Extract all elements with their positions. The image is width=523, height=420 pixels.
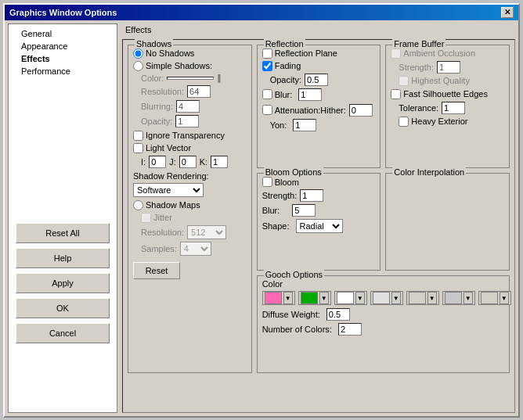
nav-effects[interactable]: Effects (9, 52, 117, 65)
bloom-blur-input[interactable]: 5 (292, 204, 316, 217)
num-colors-input[interactable]: 2 (338, 323, 362, 336)
fast-silhouette-row: Fast Silhouette Edges (391, 89, 504, 99)
samples-row: Samples: 4 (141, 242, 247, 256)
left-nav: General Appearance Effects Performance R… (8, 23, 117, 413)
simple-shadows-radio[interactable] (133, 61, 143, 71)
diffuse-weight-input[interactable]: 0.5 (326, 308, 350, 321)
nav-general[interactable]: General (9, 27, 117, 40)
bloom-strength-input[interactable]: 1 (300, 189, 323, 202)
gooch-color-label-row: Color (262, 279, 504, 289)
highest-quality-row: Highest Quality (399, 76, 504, 86)
swatch-color-4 (409, 292, 426, 304)
frame-buffer-title: Frame Buffer (392, 39, 445, 48)
fast-silhouette-check[interactable] (391, 89, 401, 99)
ignore-transparency-row: Ignore Transparency (133, 131, 247, 141)
tolerance-input[interactable]: 1 (442, 102, 465, 114)
swatch-color-1 (301, 292, 318, 304)
samples-select[interactable]: 4 (180, 242, 211, 256)
simple-shadows-label: Simple Shadows: (146, 61, 212, 70)
reflection-plane-check[interactable] (262, 48, 272, 59)
highest-quality-check[interactable] (399, 76, 409, 86)
reflection-title: Reflection (264, 39, 305, 48)
no-shadows-radio[interactable] (133, 48, 143, 59)
i-label: I: (141, 157, 146, 167)
rendering-select-row: Software (133, 183, 247, 197)
blurring-input[interactable]: 4 (176, 100, 200, 113)
bloom-shape-row: Shape: Radial (262, 219, 376, 233)
bloom-blur-row: Blur: 5 (262, 204, 376, 217)
hither-input[interactable]: 0 (349, 104, 373, 117)
frame-buffer-group: Frame Buffer Ambient Occlusion Strength:… (385, 45, 510, 169)
tolerance-label: Tolerance: (399, 103, 438, 113)
nav-performance[interactable]: Performance (9, 65, 117, 77)
help-button[interactable]: Help (16, 248, 110, 268)
yon-input[interactable]: 1 (293, 119, 316, 131)
swatch-arrow-4: ▼ (427, 292, 437, 304)
blurring-label: Blurring: (141, 102, 173, 111)
reflection-plane-row: Reflection Plane (262, 48, 376, 59)
no-shadows-label: No Shadows (146, 48, 194, 58)
gooch-title: Gooch Options (264, 270, 324, 279)
swatch-6[interactable]: ▼ (478, 291, 511, 305)
title-bar: Graphics Window Options ✕ (5, 5, 518, 20)
apply-button[interactable]: Apply (16, 273, 110, 293)
ambient-occlusion-check[interactable] (391, 48, 401, 59)
bloom-group: Bloom Options Bloom Strength: 1 Blur: 5 (257, 173, 381, 271)
swatch-color-5 (445, 292, 462, 304)
cancel-button[interactable]: Cancel (16, 323, 110, 343)
fading-check[interactable] (262, 61, 272, 71)
shadows-group: Shadows No Shadows Simple Shadows: Color… (128, 45, 252, 373)
shadow-maps-row: Shadow Maps (133, 200, 247, 210)
attenuation-label: Attenuation:Hither: (275, 106, 346, 115)
swatch-color-6 (481, 292, 498, 304)
heavy-exterior-check[interactable] (399, 117, 409, 127)
right-panel: Effects Shadows No Shadows Simple Shadow… (122, 23, 515, 413)
opacity-refl-row: Opacity: 0.5 (270, 74, 376, 86)
j-input[interactable]: 0 (179, 156, 197, 168)
bloom-check[interactable] (262, 177, 272, 187)
light-vector-check[interactable] (133, 143, 143, 153)
opacity-input[interactable]: 1 (175, 115, 199, 127)
swatch-3[interactable]: ▼ (370, 291, 403, 305)
shadow-maps-label: Shadow Maps (146, 200, 200, 210)
ok-button[interactable]: OK (16, 298, 110, 318)
tolerance-row: Tolerance: 1 (399, 102, 504, 114)
k-input[interactable]: 1 (211, 156, 228, 168)
bloom-shape-select[interactable]: Radial (296, 219, 343, 233)
jitter-check[interactable] (141, 213, 151, 223)
close-button[interactable]: ✕ (501, 7, 514, 18)
opacity-label: Opacity: (141, 117, 172, 126)
no-shadows-row: No Shadows (133, 48, 247, 59)
color-slider[interactable] (167, 77, 214, 80)
simple-shadows-row: Simple Shadows: (133, 61, 247, 71)
opacity-refl-input[interactable]: 0.5 (305, 74, 328, 86)
strength-label: Strength: (399, 63, 434, 72)
swatch-arrow-2: ▼ (355, 292, 365, 304)
strength-input[interactable]: 1 (437, 61, 460, 74)
swatch-2[interactable]: ▼ (334, 291, 367, 305)
bloom-strength-label: Strength: (262, 191, 298, 200)
shadow-maps-radio[interactable] (133, 200, 143, 210)
blur-input[interactable]: 1 (298, 88, 322, 101)
i-input[interactable]: 0 (149, 156, 166, 168)
reset-all-button[interactable]: Reset All (16, 223, 110, 243)
nav-appearance[interactable]: Appearance (9, 40, 117, 52)
resolution2-select[interactable]: 512 (187, 225, 226, 239)
reflection-group: Reflection Reflection Plane Fading Opaci… (257, 45, 381, 169)
swatch-0[interactable]: ▼ (262, 291, 295, 305)
blur-label: Blur: (275, 90, 293, 99)
attenuation-check[interactable] (262, 105, 272, 115)
swatch-arrow-3: ▼ (391, 292, 401, 304)
color-interp-title: Color Interpolation (392, 167, 466, 177)
swatch-5[interactable]: ▼ (442, 291, 475, 305)
swatch-4[interactable]: ▼ (406, 291, 439, 305)
rendering-select[interactable]: Software (133, 183, 204, 197)
ignore-transparency-check[interactable] (133, 131, 143, 141)
resolution-input[interactable]: 64 (187, 85, 211, 98)
blur-check[interactable] (262, 89, 272, 99)
reset-button[interactable]: Reset (133, 262, 180, 279)
color-interp-group: Color Interpolation (385, 173, 510, 271)
jitter-label: Jitter (153, 213, 172, 222)
swatch-1[interactable]: ▼ (298, 291, 331, 305)
shadows-title: Shadows (135, 39, 173, 48)
